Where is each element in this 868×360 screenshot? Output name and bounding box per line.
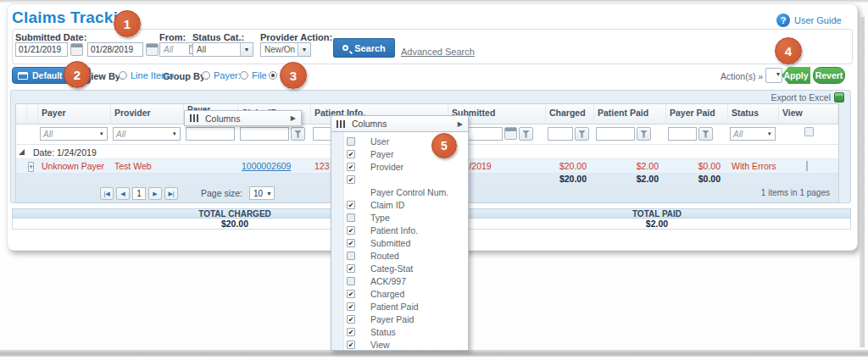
radio-option-payer-[interactable]: Payer: [202,70,241,80]
menu-item[interactable]: ✔Submitted [331,236,468,249]
checkbox-icon[interactable]: ✔ [347,201,355,209]
pager-last-button[interactable]: ▶| [164,187,178,200]
menu-item[interactable]: ✔Provider [331,160,468,173]
checkbox-icon[interactable]: ✔ [347,290,355,298]
user-guide-link[interactable]: ? User Guide [776,14,842,27]
advanced-search-link[interactable]: Advanced Search [401,47,475,57]
patient-paid-filter-input[interactable] [596,127,635,141]
payer-filter-select[interactable]: All ▾ [40,127,108,141]
checkbox-icon[interactable] [347,213,355,222]
provider-filter-select[interactable]: All ▾ [113,127,181,141]
menu-item[interactable]: ✔Patient Paid [331,300,468,313]
column-header-patient-paid[interactable]: Patient Paid [594,104,666,124]
columns-submenu-trigger[interactable]: Columns ▶ [331,115,469,132]
chevron-down-icon[interactable]: ▼ [298,43,310,56]
checkbox-icon[interactable] [347,277,355,285]
checkbox-icon[interactable]: ✔ [347,175,355,184]
filter-funnel-button[interactable] [698,127,713,141]
checkbox-icon[interactable]: ✔ [347,226,355,235]
status-with-errors-link[interactable]: With Errors [732,161,776,171]
checkbox-icon[interactable]: ✔ [347,341,355,349]
payer-control-filter-input[interactable] [186,127,235,141]
from-label: From: [159,32,186,42]
menu-item[interactable]: ✔Claim ID [331,198,468,211]
view-all-checkbox[interactable] [804,127,814,136]
revert-button[interactable]: Revert [813,67,845,84]
menu-item[interactable]: ✔View [331,338,468,351]
menu-item[interactable]: ✔Patient Info. [331,224,468,236]
help-icon[interactable]: ? [776,14,790,27]
radio-option-file[interactable]: File [240,70,267,80]
column-header-payer-paid[interactable]: Payer Paid [666,104,728,124]
annotation-badge-4: 4 [775,37,802,64]
filter-funnel-button[interactable] [291,127,305,141]
radio-option-line-items[interactable]: Line Items [119,70,174,80]
date-from-input[interactable] [15,42,68,57]
filter-funnel-button[interactable] [519,127,533,141]
menu-item[interactable]: ✔ [331,173,468,186]
menu-item[interactable]: ✔Payer Paid [331,313,468,325]
columns-menu-trigger[interactable]: Columns ▶ [184,110,302,126]
claim-id-link[interactable]: 1000002609 [242,161,291,171]
export-to-excel-link[interactable]: Export to Excel [704,92,844,102]
payer-paid-filter-input[interactable] [668,127,697,141]
collapse-triangle-icon[interactable] [19,149,25,155]
checkbox-icon[interactable]: ✔ [347,150,355,158]
columns-icon [190,114,199,122]
calendar-icon[interactable] [504,127,517,140]
filter-funnel-button[interactable] [637,127,651,141]
checkbox-icon[interactable] [347,137,355,146]
calendar-icon[interactable] [70,43,83,56]
annotation-badge-3: 3 [280,62,307,89]
payer-filter-value: All [41,130,100,139]
checkbox-icon[interactable]: ✔ [347,264,355,273]
search-button[interactable]: Search [333,38,395,58]
checkbox-icon[interactable] [347,252,355,260]
menu-item[interactable]: Payer Control Num. [331,186,468,198]
chevron-down-icon[interactable]: ▼ [240,43,253,56]
status-cat-select[interactable]: All ▼ [192,42,253,57]
menu-item[interactable]: ACK/997 [331,274,468,287]
charged-filter-input[interactable] [548,127,573,141]
pager-prev-button[interactable]: ◀ [116,187,130,200]
menu-item-label: Status [370,327,396,337]
radio-icon[interactable] [119,71,127,80]
checkbox-icon[interactable]: ✔ [347,315,355,324]
chevron-down-icon: ▼ [266,191,274,197]
provider-filter-value: All [114,130,173,139]
date-to-input[interactable] [87,42,143,57]
cell-view [779,161,838,171]
column-header-view[interactable]: View [779,104,838,124]
status-filter-select[interactable]: All ▾ [730,127,776,141]
page-size-select[interactable]: 10 ▼ [249,186,275,200]
columns-menu-label: Columns [205,114,285,124]
provider-action-select[interactable]: New/On H ▼ [260,42,311,57]
column-header-payer[interactable]: Payer [38,104,111,124]
radio-icon[interactable] [240,71,248,80]
view-row-checkbox[interactable] [806,161,808,171]
pager-page-input[interactable] [132,187,146,200]
menu-item[interactable]: ✔Status [331,325,468,338]
pager-first-button[interactable]: |◀ [100,187,114,200]
menu-item[interactable]: Type [331,211,468,224]
checkbox-icon[interactable]: ✔ [347,239,355,247]
menu-item[interactable]: ✔Charged [331,287,468,300]
radio-icon[interactable] [202,71,210,80]
column-header-charged[interactable]: Charged [546,104,594,124]
claim-id-filter-input[interactable] [240,127,289,141]
column-header-status[interactable]: Status [728,104,779,124]
filter-spacer [16,125,27,144]
filter-funnel-button[interactable] [575,127,589,141]
checkbox-icon[interactable]: ✔ [347,328,355,336]
checkbox-icon[interactable]: ✔ [347,163,355,171]
calendar-icon[interactable] [146,43,159,56]
menu-item[interactable]: Routed [331,249,468,262]
expand-row-button[interactable]: + [28,162,34,172]
checkbox-icon[interactable]: ✔ [347,302,355,311]
provider-action-label: Provider Action: [260,32,332,42]
pager-next-button[interactable]: ▶ [148,187,162,200]
radio-icon[interactable] [269,71,277,80]
column-header-provider[interactable]: Provider [111,104,184,124]
menu-item[interactable]: ✔Categ-Stat [331,262,468,274]
actions-select[interactable] [765,68,782,83]
